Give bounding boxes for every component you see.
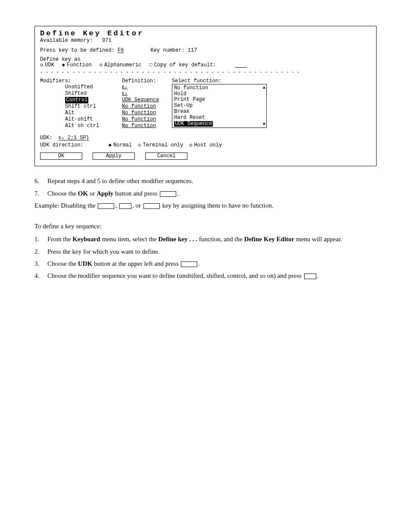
press-key-label: Press key to be defined: (40, 48, 115, 53)
step-number: 3. (34, 259, 47, 268)
mod-shift-ctrl[interactable]: Shift ctrl (65, 103, 113, 110)
step-text: Press the key for which you want to defi… (47, 247, 159, 256)
key-icon (304, 274, 316, 279)
define-key-editor-panel: Define Key Editor Available memory: 971 … (34, 26, 377, 166)
udk-direction-row: UDK direction: Normal Terminal only Host… (40, 143, 371, 148)
key-number-value: 117 (188, 48, 197, 53)
def-shift-ctrl[interactable]: No function (122, 103, 163, 110)
key-number-label: Key number: (150, 48, 184, 53)
divider: - - - - - - - - - - - - - - - - - - - - … (40, 70, 371, 75)
available-memory-label: Available memory: (40, 37, 93, 44)
func-set-up[interactable]: Set-Up (174, 103, 265, 109)
def-shifted[interactable]: ᴇₛ (122, 90, 163, 97)
available-memory-value: 971 (102, 37, 112, 44)
udk-line: UDK: ᴇₛ 2;1 SP} (40, 135, 371, 141)
func-udk-sequence[interactable]: UDK Sequence (174, 121, 213, 127)
func-break[interactable]: Break (174, 109, 265, 115)
list-item: 7. Choose the OK or Apply button and pre… (34, 189, 377, 198)
def-alt[interactable]: No function (122, 110, 163, 116)
scroll-up-icon[interactable]: ▲ (263, 85, 265, 90)
step-text: Choose the modifier sequence you want to… (47, 271, 318, 280)
define-sequence-intro: To define a key sequence: (34, 222, 377, 230)
def-unshifted[interactable]: ᴇₛ (122, 84, 163, 90)
func-hard-reset[interactable]: Hard Reset (174, 115, 265, 121)
key-icon (143, 203, 160, 209)
dir-terminal-only[interactable]: Terminal only (138, 143, 183, 148)
step-number: 4. (34, 271, 47, 280)
step-number: 7. (34, 189, 47, 198)
key-icon (119, 203, 131, 209)
modifiers-label: Modifiers: (40, 78, 113, 84)
func-no-function[interactable]: No function (174, 85, 265, 91)
mod-shifted[interactable]: Shifted (65, 90, 113, 97)
step-number: 6. (34, 177, 47, 185)
panel-title: Define Key Editor (40, 30, 371, 38)
check-copy-of-key-default[interactable]: Copy of key default: (149, 62, 216, 68)
radio-alphanumeric[interactable]: Alphanumeric (100, 62, 142, 68)
list-item: 6. Repeat steps 4 and 5 to define other … (34, 177, 377, 185)
list-item: 2. Press the key for which you want to d… (34, 247, 377, 256)
udk-label: UDK: (40, 135, 53, 141)
available-memory-line: Available memory: 971 (40, 38, 371, 44)
udk-field[interactable]: ᴇₛ 2;1 SP} (59, 135, 89, 141)
define-key-as-radios: UDK Function Alphanumeric Copy of key de… (40, 62, 371, 68)
example-paragraph: Example: Disabling the , , or key by ass… (34, 201, 377, 210)
mod-alt-shift[interactable]: Alt-shift (65, 116, 113, 123)
cancel-button[interactable]: Cancel (145, 152, 187, 160)
step-text: From the Keyboard menu item, select the … (47, 235, 342, 243)
mod-control[interactable]: Control (65, 97, 88, 103)
list-item: 4. Choose the modifier sequence you want… (34, 271, 377, 280)
radio-function[interactable]: Function (62, 62, 92, 68)
list-item: 3. Choose the UDK button at the upper le… (34, 259, 377, 268)
select-function-label: Select function: (172, 78, 371, 84)
def-alt-shift[interactable]: No function (122, 116, 163, 123)
mod-alt-sh-ctrl[interactable]: Alt sh ctrl (65, 123, 113, 129)
def-control[interactable]: UDK Sequence (122, 97, 163, 103)
mod-unshifted[interactable]: Unshifted (65, 84, 113, 90)
step-number: 1. (34, 235, 47, 243)
key-icon (98, 203, 114, 209)
select-function-column: Select function: ▲ No function Hold Prin… (172, 78, 371, 128)
scroll-down-icon[interactable]: ▼ (263, 122, 265, 127)
key-icon (160, 191, 176, 197)
step-text: Repeat steps 4 and 5 to define other mod… (47, 177, 193, 185)
modifiers-column: Modifiers: Unshifted Shifted Control Shi… (40, 78, 113, 129)
radio-udk[interactable]: UDK (40, 62, 54, 68)
mod-alt[interactable]: Alt (65, 110, 113, 116)
list-item: 1. From the Keyboard menu item, select t… (34, 235, 377, 243)
definition-column: Definition: ᴇₛ ᴇₛ UDK Sequence No functi… (122, 78, 163, 129)
copy-default-field[interactable] (235, 62, 247, 68)
udk-direction-label: UDK direction: (40, 143, 84, 148)
ok-button[interactable]: OK (40, 152, 82, 160)
dir-normal[interactable]: Normal (109, 143, 132, 148)
step-number: 2. (34, 247, 47, 256)
step-text: Choose the OK or Apply button and press … (47, 189, 179, 198)
apply-button[interactable]: Apply (93, 152, 135, 160)
key-icon (181, 261, 197, 267)
definition-label: Definition: (122, 78, 163, 84)
step-text: Choose the UDK button at the upper left … (47, 259, 200, 268)
def-alt-sh-ctrl[interactable]: No function (122, 123, 163, 129)
func-hold[interactable]: Hold (174, 91, 265, 97)
dir-host-only[interactable]: Host only (189, 143, 222, 148)
press-key-row: Press key to be defined: F6 Key number: … (40, 48, 371, 53)
func-print-page[interactable]: Print Page (174, 97, 265, 103)
function-listbox[interactable]: ▲ No function Hold Print Page Set-Up Bre… (172, 84, 267, 128)
press-key-field[interactable]: F6 (118, 48, 124, 53)
